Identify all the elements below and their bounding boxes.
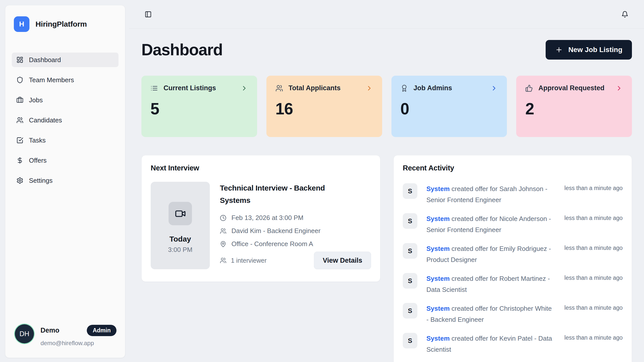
sidebar-item-label: Candidates [29,116,62,124]
video-icon [175,208,186,219]
activity-actor[interactable]: System [426,185,450,193]
stat-label: Total Applicants [289,84,341,92]
user-email: demo@hireflow.app [41,340,116,347]
users-icon [275,84,283,92]
activity-timestamp: less than a minute ago [565,303,623,311]
main-content: Dashboard New Job Listing Current Listin… [129,29,644,362]
stats-row: Current Listings 5 Total Applicants 16 J… [141,76,632,137]
bell-icon[interactable] [621,11,628,18]
stat-value: 2 [525,100,623,118]
users-icon [220,257,226,264]
dollar-sign-icon [16,157,23,164]
interview-day: Today [169,235,191,243]
activity-item: S System created offer for Kevin Patel -… [403,333,623,355]
role-badge: Admin [87,325,116,336]
chevron-right-icon [490,84,498,92]
stat-card-total-applicants[interactable]: Total Applicants 16 [266,76,382,137]
activity-avatar: S [403,213,417,229]
activity-timestamp: less than a minute ago [565,213,623,221]
sidebar-item-candidates[interactable]: Candidates [12,113,118,127]
interviewer-count: 1 interviewer [220,257,267,264]
new-job-listing-button[interactable]: New Job Listing [546,40,632,60]
activity-item: S System created offer for Emily Rodrigu… [403,243,623,265]
interview-title: Technical Interview - Backend Systems [220,182,341,206]
chevron-right-icon [615,84,623,92]
new-job-listing-label: New Job Listing [568,46,622,54]
map-pin-icon [220,241,226,247]
list-icon [150,84,158,92]
chevron-right-icon [240,84,248,92]
sidebar-user[interactable]: DH Demo Admin demo@hireflow.app [5,324,125,358]
activity-item: S System created offer for Robert Martin… [403,273,623,295]
sidebar-item-label: Team Members [29,76,74,84]
app-logo: H [14,16,29,32]
avatar: DH [15,324,34,343]
interview-location: Office - Conference Room A [231,240,313,248]
sidebar-item-jobs[interactable]: Jobs [12,93,118,107]
sidebar-item-offers[interactable]: Offers [12,153,118,168]
briefcase-icon [16,97,23,104]
shield-icon [16,76,23,83]
topbar [129,0,644,29]
next-interview-title: Next Interview [151,164,371,172]
sidebar-nav: Dashboard Team Members Jobs Candidates T… [5,53,125,188]
stat-card-current-listings[interactable]: Current Listings 5 [141,76,257,137]
next-interview-panel: Next Interview Today 3:00 PM Technical I… [141,155,380,282]
page-title: Dashboard [141,40,223,59]
activity-list: S System created offer for Sarah Johnson… [403,183,623,355]
stat-card-approval-requested[interactable]: Approval Requested 2 [516,76,632,137]
view-details-button[interactable]: View Details [314,252,371,269]
interview-candidate-row: David Kim - Backend Engineer [220,227,371,235]
clock-icon [220,215,226,221]
activity-item: S System created offer for Nicole Anders… [403,213,623,235]
interview-candidate: David Kim - Backend Engineer [231,227,320,235]
activity-timestamp: less than a minute ago [565,183,623,192]
thumbs-up-icon [525,84,533,92]
stat-value: 0 [400,100,498,118]
interview-datetime: Feb 13, 2026 at 3:00 PM [231,214,303,222]
activity-actor[interactable]: System [426,305,450,312]
sidebar-item-label: Settings [29,177,53,185]
interview-date-tile: Today 3:00 PM [151,182,210,269]
sidebar: H HiringPlatform Dashboard Team Members … [5,5,125,358]
interview-location-row: Office - Conference Room A [220,240,371,248]
recent-activity-panel: Recent Activity S System created offer f… [393,155,632,362]
activity-actor[interactable]: System [426,245,450,252]
sidebar-item-settings[interactable]: Settings [12,173,118,188]
activity-item: S System created offer for Sarah Johnson… [403,183,623,205]
stat-card-job-admins[interactable]: Job Admins 0 [391,76,507,137]
sidebar-item-dashboard[interactable]: Dashboard [12,53,118,67]
sidebar-item-label: Tasks [29,137,46,144]
stat-label: Job Admins [414,84,452,92]
chevron-right-icon [366,84,373,92]
activity-avatar: S [403,333,417,348]
sidebar-toggle-icon[interactable] [145,11,152,18]
stat-value: 16 [275,100,373,118]
user-name: Demo [41,327,59,334]
users-icon [16,117,23,124]
square-check-icon [16,137,23,144]
activity-timestamp: less than a minute ago [565,333,623,341]
sidebar-item-tasks[interactable]: Tasks [12,133,118,148]
activity-avatar: S [403,303,417,319]
activity-timestamp: less than a minute ago [565,273,623,281]
activity-timestamp: less than a minute ago [565,243,623,251]
app-brand: H HiringPlatform [5,5,125,32]
activity-item: S System created offer for Christopher W… [403,303,623,325]
stat-label: Current Listings [164,84,216,92]
interview-datetime-row: Feb 13, 2026 at 3:00 PM [220,214,371,222]
activity-avatar: S [403,243,417,259]
activity-actor[interactable]: System [426,335,450,342]
layout-dashboard-icon [16,56,23,63]
recent-activity-title: Recent Activity [403,164,623,172]
award-icon [400,84,408,92]
sidebar-item-label: Jobs [29,96,43,104]
sidebar-item-team-members[interactable]: Team Members [12,73,118,87]
interview-time: 3:00 PM [168,246,192,254]
stat-value: 5 [150,100,248,118]
activity-actor[interactable]: System [426,275,450,282]
activity-avatar: S [403,183,417,199]
activity-actor[interactable]: System [426,215,450,222]
users-icon [220,228,226,234]
activity-avatar: S [403,273,417,289]
